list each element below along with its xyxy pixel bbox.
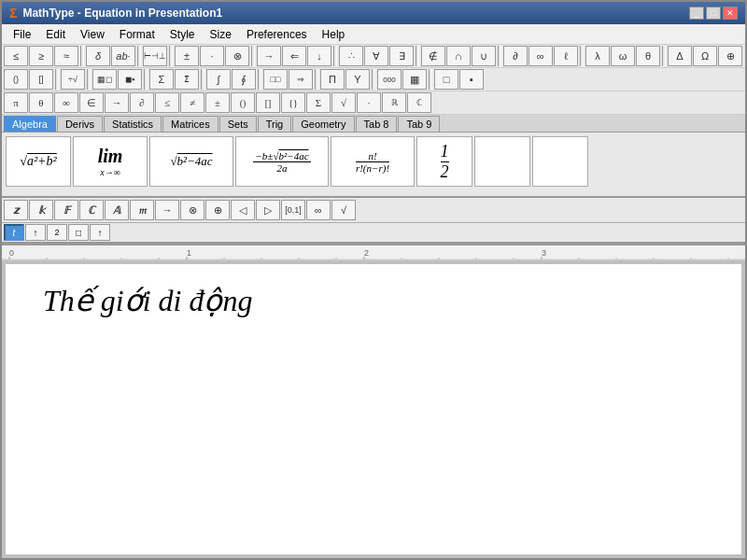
- tb-theta2[interactable]: θ: [29, 92, 53, 113]
- template-limit[interactable]: lim x→∞: [73, 136, 148, 187]
- minimize-button[interactable]: _: [689, 7, 704, 20]
- tab-sets[interactable]: Sets: [219, 116, 257, 132]
- tb-bullet[interactable]: ·: [357, 92, 381, 113]
- tb-omega[interactable]: Ω: [693, 46, 717, 66]
- tb-notin[interactable]: ∉: [421, 46, 445, 66]
- tb-omega-lower[interactable]: ω: [611, 46, 635, 66]
- tb-paren2[interactable]: (): [231, 92, 255, 113]
- bs-m[interactable]: 𝔪: [130, 200, 154, 220]
- tb-div-sqrt[interactable]: ÷√: [61, 69, 85, 90]
- bs-otimes[interactable]: ⊗: [180, 200, 204, 220]
- tb-sq1[interactable]: □: [434, 69, 458, 90]
- menu-edit[interactable]: Edit: [38, 26, 73, 43]
- menu-help[interactable]: Help: [315, 26, 353, 43]
- tb-plusminus[interactable]: ±: [175, 46, 199, 66]
- tb-rect2[interactable]: ⇒: [289, 69, 313, 90]
- menu-style[interactable]: Style: [162, 26, 203, 43]
- tb-partial2[interactable]: ∂: [130, 92, 154, 113]
- tb-sigma1[interactable]: Σ: [149, 69, 174, 90]
- fmt-superscript[interactable]: ↑: [25, 224, 46, 241]
- close-button[interactable]: ✕: [723, 7, 738, 20]
- tab-9[interactable]: Tab 9: [398, 116, 440, 132]
- tb-cap[interactable]: ∩: [446, 46, 471, 66]
- tb-arrow-r[interactable]: →: [257, 46, 281, 66]
- tb-approx[interactable]: ≈: [54, 46, 78, 66]
- tb-grid1[interactable]: ▦◻: [92, 69, 117, 90]
- tb-sigma2[interactable]: Σ̂: [175, 69, 199, 90]
- tb-brace[interactable]: {}: [281, 92, 305, 113]
- tb-leq[interactable]: ≤: [4, 46, 28, 66]
- bs-tri-l[interactable]: ◁: [231, 200, 255, 220]
- tb-forall[interactable]: ∀: [364, 46, 388, 66]
- fmt-up2[interactable]: ↑: [90, 224, 110, 241]
- tb-sqrt2[interactable]: √: [331, 92, 356, 113]
- editor-area[interactable]: Thế giới di động: [6, 264, 741, 488]
- bs-C[interactable]: ℂ: [79, 200, 104, 220]
- template-empty2[interactable]: [532, 136, 588, 187]
- template-sqrt-discriminant[interactable]: √b²−4ac: [149, 136, 233, 187]
- tb-in[interactable]: ∈: [79, 92, 104, 113]
- tb-partial[interactable]: ∂: [503, 46, 528, 66]
- tb-to[interactable]: →: [105, 92, 129, 113]
- tb-sum2[interactable]: Σ: [306, 92, 331, 113]
- tab-geometry[interactable]: Geometry: [292, 116, 354, 132]
- menu-file[interactable]: File: [6, 26, 38, 43]
- tb-special1[interactable]: ⊢⊣⊥: [143, 46, 167, 66]
- template-half[interactable]: 1 2: [416, 136, 472, 187]
- bs-Z[interactable]: 𝕫: [4, 200, 28, 220]
- tb-therefore[interactable]: ∴: [339, 46, 363, 66]
- tb-oplus[interactable]: ⊕: [718, 46, 742, 66]
- tb-bracket[interactable]: []: [29, 69, 53, 90]
- tb-cup[interactable]: ∪: [472, 46, 496, 66]
- bs-F[interactable]: 𝔽: [54, 200, 78, 220]
- tb-lambda[interactable]: λ: [585, 46, 610, 66]
- tb-theta[interactable]: θ: [636, 46, 660, 66]
- tb-inf2[interactable]: ∞: [54, 92, 78, 113]
- tb-oint[interactable]: ∮: [232, 69, 256, 90]
- tb-ell[interactable]: ℓ: [554, 46, 578, 66]
- menu-preferences[interactable]: Preferences: [239, 26, 315, 43]
- tb-sq2[interactable]: ▪: [459, 69, 484, 90]
- tab-statistics[interactable]: Statistics: [104, 116, 162, 132]
- tb-le[interactable]: ≤: [155, 92, 179, 113]
- template-sqrt-sum[interactable]: √a²+b²: [6, 136, 71, 187]
- tb-paren[interactable]: (): [4, 69, 28, 90]
- menu-size[interactable]: Size: [203, 26, 239, 43]
- tb-ab[interactable]: ab·: [111, 46, 135, 66]
- bs-k[interactable]: 𝕜: [29, 200, 53, 220]
- tb-grid-icon[interactable]: ▦: [402, 69, 427, 90]
- tb-complex[interactable]: ℂ: [407, 92, 431, 113]
- bs-arr[interactable]: →: [155, 200, 179, 220]
- tb-infty[interactable]: ∞: [529, 46, 553, 66]
- tab-trig[interactable]: Trig: [258, 116, 292, 132]
- menu-format[interactable]: Format: [112, 26, 162, 43]
- tb-neq[interactable]: ≥: [29, 46, 53, 66]
- tb-ne[interactable]: ≠: [180, 92, 204, 113]
- tb-000[interactable]: 000: [377, 69, 402, 90]
- tab-8[interactable]: Tab 8: [356, 116, 398, 132]
- bs-sqrt[interactable]: √: [331, 200, 356, 220]
- tb-delta[interactable]: Δ: [668, 46, 692, 66]
- tb-rect1[interactable]: □□: [263, 69, 288, 90]
- tab-derivs[interactable]: Derivs: [57, 116, 103, 132]
- tb-pi[interactable]: π: [4, 92, 28, 113]
- fmt-box[interactable]: □: [68, 224, 89, 241]
- tab-matrices[interactable]: Matrices: [162, 116, 218, 132]
- bs-interval[interactable]: [0,1]: [281, 200, 305, 220]
- template-quadratic[interactable]: −b±√b²−4ac 2a: [235, 136, 329, 187]
- template-empty1[interactable]: [474, 136, 530, 187]
- fmt-text[interactable]: t: [4, 224, 24, 241]
- tb-delta-lower[interactable]: δ: [86, 46, 110, 66]
- menu-view[interactable]: View: [73, 26, 112, 43]
- tb-pm[interactable]: ±: [205, 92, 230, 113]
- tb-grid2[interactable]: ◼▪: [118, 69, 142, 90]
- bs-oplus[interactable]: ⊕: [205, 200, 230, 220]
- bs-tri-r[interactable]: ▷: [256, 200, 280, 220]
- fmt-2[interactable]: 2: [47, 224, 67, 241]
- tb-brack2[interactable]: []: [256, 92, 280, 113]
- tb-cdot[interactable]: ·: [200, 46, 224, 66]
- tb-Upsilon[interactable]: Υ: [345, 69, 370, 90]
- tb-otimes[interactable]: ⊗: [225, 46, 249, 66]
- tb-Pi[interactable]: Π: [320, 69, 345, 90]
- tb-integral[interactable]: ∫: [206, 69, 231, 90]
